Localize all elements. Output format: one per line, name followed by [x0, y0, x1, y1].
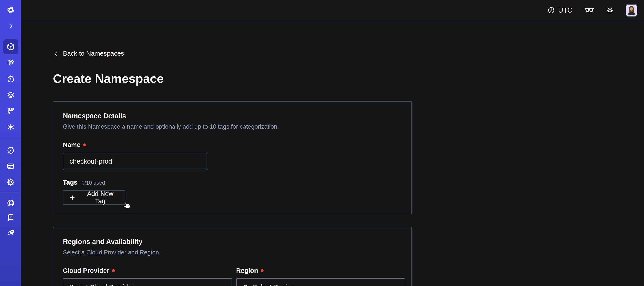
- sidebar-item-timer[interactable]: [3, 71, 18, 86]
- timezone-label: UTC: [558, 6, 572, 14]
- sidebar-item-branch[interactable]: [3, 104, 18, 118]
- sidebar-divider: [0, 193, 21, 193]
- cloud-provider-field: Cloud Provider Select Cloud Provider: [63, 256, 232, 286]
- credit-card-icon: [7, 162, 15, 170]
- card-title: Namespace Details: [63, 112, 402, 120]
- gauge-icon: [7, 146, 15, 154]
- required-dot: [112, 269, 115, 272]
- user-avatar[interactable]: [626, 4, 637, 16]
- card-title: Regions and Availability: [63, 238, 402, 246]
- sun-icon: [606, 6, 614, 14]
- tags-label-row: Tags 0/10 used: [63, 179, 402, 186]
- name-label-row: Name: [63, 141, 402, 149]
- reading-glasses-icon: [584, 6, 594, 14]
- layers-icon: [7, 91, 15, 99]
- clock-icon: [548, 6, 555, 14]
- topbar: UTC: [21, 0, 644, 21]
- chevron-down-icon: [219, 284, 226, 286]
- cloud-provider-label-row: Cloud Provider: [63, 267, 232, 274]
- namespace-name-input[interactable]: [63, 153, 207, 170]
- sidebar-item-getting-started[interactable]: [3, 225, 18, 240]
- sidebar-item-billing[interactable]: [3, 159, 18, 173]
- card-subtitle: Select a Cloud Provider and Region.: [63, 249, 402, 256]
- name-label: Name: [63, 141, 80, 149]
- temporal-logo-icon: [7, 6, 15, 14]
- chevron-down-icon: [392, 284, 399, 286]
- cloud-provider-select[interactable]: Select Cloud Provider: [63, 279, 232, 286]
- sidebar-item-namespaces[interactable]: [3, 39, 18, 54]
- add-new-tag-button[interactable]: Add New Tag: [63, 190, 126, 205]
- chevron-left-icon: [53, 51, 59, 56]
- sidebar-expand-button[interactable]: [3, 19, 18, 33]
- spiral-icon: [7, 59, 15, 67]
- back-link[interactable]: Back to Namespaces: [53, 50, 124, 57]
- chevron-right-icon: [8, 23, 14, 29]
- book-sparkle-icon: [7, 214, 15, 222]
- branch-icon: [7, 107, 15, 115]
- namespace-details-card: Namespace Details Give this Namespace a …: [53, 101, 412, 214]
- tags-counter: 0/10 used: [82, 180, 105, 186]
- timezone-button[interactable]: UTC: [548, 6, 572, 14]
- sidebar-item-nexus[interactable]: [3, 120, 18, 135]
- region-label-row: Region: [236, 267, 406, 274]
- sidebar-item-settings[interactable]: [3, 175, 18, 190]
- timer-icon: [7, 75, 15, 83]
- life-ring-icon: [7, 199, 15, 207]
- tags-label: Tags: [63, 179, 78, 186]
- cloud-provider-label: Cloud Provider: [63, 267, 109, 274]
- sidebar-divider: [0, 139, 21, 139]
- region-field: Region Select Region: [236, 256, 406, 286]
- main-content: Back to Namespaces Create Namespace Name…: [53, 21, 412, 286]
- search-icon: [242, 284, 250, 286]
- region-label: Region: [236, 267, 258, 274]
- add-new-tag-label: Add New Tag: [81, 190, 119, 205]
- sidebar-item-support[interactable]: [3, 196, 18, 211]
- sidebar-item-spiral[interactable]: [3, 55, 18, 70]
- required-dot: [261, 269, 264, 272]
- region-select[interactable]: Select Region: [236, 279, 406, 286]
- gear-icon: [7, 178, 15, 186]
- sidebar: [0, 0, 21, 286]
- sidebar-item-usage[interactable]: [3, 143, 18, 157]
- cube-icon: [7, 43, 15, 51]
- rocket-icon: [7, 229, 15, 237]
- cloud-provider-placeholder: Select Cloud Provider: [69, 283, 219, 286]
- page-title: Create Namespace: [53, 72, 412, 86]
- plus-icon: [69, 194, 76, 201]
- regions-availability-card: Regions and Availability Select a Cloud …: [53, 227, 412, 286]
- theme-toggle-button[interactable]: [606, 6, 614, 14]
- card-subtitle: Give this Namespace a name and optionall…: [63, 123, 402, 130]
- temporal-logo[interactable]: [3, 3, 18, 17]
- required-dot: [83, 143, 86, 146]
- sidebar-item-layers[interactable]: [3, 88, 18, 102]
- avatar-image: [626, 5, 636, 16]
- asterisk-icon: [7, 123, 15, 131]
- sidebar-item-docs[interactable]: [3, 211, 18, 225]
- provider-region-row: Cloud Provider Select Cloud Provider Reg…: [63, 256, 402, 286]
- region-placeholder: Select Region: [253, 283, 392, 286]
- back-link-label: Back to Namespaces: [63, 50, 124, 57]
- reader-mode-button[interactable]: [584, 6, 594, 14]
